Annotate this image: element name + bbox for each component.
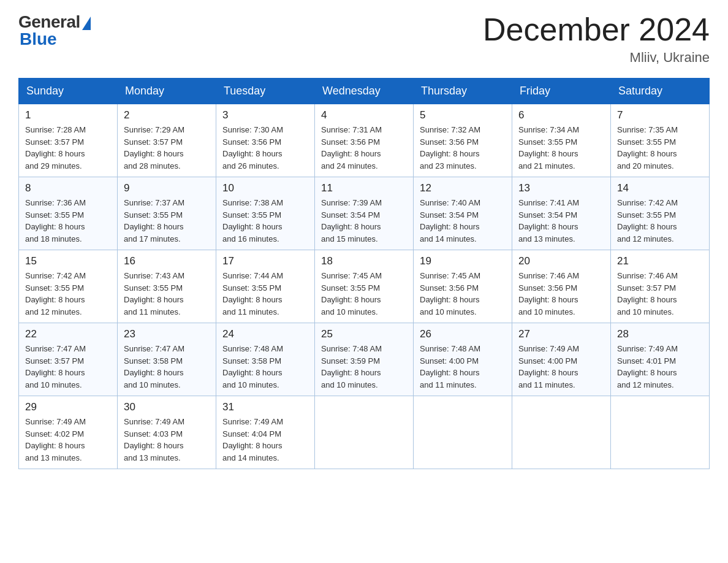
page-header: General Blue December 2024 Mliiv, Ukrain… <box>18 12 710 66</box>
day-info: Sunrise: 7:47 AMSunset: 3:57 PMDaylight:… <box>25 343 111 391</box>
calendar-cell: 8Sunrise: 7:36 AMSunset: 3:55 PMDaylight… <box>19 177 118 250</box>
day-info: Sunrise: 7:49 AMSunset: 4:00 PMDaylight:… <box>518 343 604 391</box>
day-info: Sunrise: 7:45 AMSunset: 3:56 PMDaylight:… <box>420 270 506 318</box>
day-info: Sunrise: 7:29 AMSunset: 3:57 PMDaylight:… <box>124 124 210 172</box>
day-number: 27 <box>518 328 604 340</box>
day-number: 18 <box>321 255 407 267</box>
day-number: 30 <box>124 401 210 413</box>
calendar-cell: 20Sunrise: 7:46 AMSunset: 3:56 PMDayligh… <box>512 250 611 323</box>
calendar-table: SundayMondayTuesdayWednesdayThursdayFrid… <box>18 78 710 469</box>
logo: General Blue <box>18 12 91 49</box>
day-number: 29 <box>25 401 111 413</box>
calendar-cell: 6Sunrise: 7:34 AMSunset: 3:55 PMDaylight… <box>512 104 611 177</box>
calendar-cell: 27Sunrise: 7:49 AMSunset: 4:00 PMDayligh… <box>512 323 611 396</box>
day-info: Sunrise: 7:45 AMSunset: 3:55 PMDaylight:… <box>321 270 407 318</box>
calendar-cell: 1Sunrise: 7:28 AMSunset: 3:57 PMDaylight… <box>19 104 118 177</box>
day-number: 4 <box>321 109 407 121</box>
calendar-cell: 2Sunrise: 7:29 AMSunset: 3:57 PMDaylight… <box>118 104 216 177</box>
day-number: 9 <box>124 182 210 194</box>
day-info: Sunrise: 7:42 AMSunset: 3:55 PMDaylight:… <box>617 197 703 245</box>
day-info: Sunrise: 7:49 AMSunset: 4:02 PMDaylight:… <box>25 416 111 464</box>
day-info: Sunrise: 7:49 AMSunset: 4:01 PMDaylight:… <box>617 343 703 391</box>
day-info: Sunrise: 7:32 AMSunset: 3:56 PMDaylight:… <box>420 124 506 172</box>
day-info: Sunrise: 7:49 AMSunset: 4:04 PMDaylight:… <box>222 416 308 464</box>
calendar-cell: 21Sunrise: 7:46 AMSunset: 3:57 PMDayligh… <box>611 250 710 323</box>
day-number: 24 <box>222 328 308 340</box>
calendar-cell: 22Sunrise: 7:47 AMSunset: 3:57 PMDayligh… <box>19 323 118 396</box>
calendar-cell: 15Sunrise: 7:42 AMSunset: 3:55 PMDayligh… <box>19 250 118 323</box>
day-info: Sunrise: 7:39 AMSunset: 3:54 PMDaylight:… <box>321 197 407 245</box>
day-number: 28 <box>617 328 703 340</box>
day-number: 8 <box>25 182 111 194</box>
logo-arrow-icon <box>82 17 91 30</box>
day-info: Sunrise: 7:48 AMSunset: 4:00 PMDaylight:… <box>420 343 506 391</box>
calendar-cell: 16Sunrise: 7:43 AMSunset: 3:55 PMDayligh… <box>118 250 216 323</box>
day-info: Sunrise: 7:48 AMSunset: 3:59 PMDaylight:… <box>321 343 407 391</box>
day-number: 10 <box>222 182 308 194</box>
day-info: Sunrise: 7:37 AMSunset: 3:55 PMDaylight:… <box>124 197 210 245</box>
day-info: Sunrise: 7:47 AMSunset: 3:58 PMDaylight:… <box>124 343 210 391</box>
calendar-cell: 10Sunrise: 7:38 AMSunset: 3:55 PMDayligh… <box>216 177 315 250</box>
day-number: 14 <box>617 182 703 194</box>
calendar-cell: 7Sunrise: 7:35 AMSunset: 3:55 PMDaylight… <box>611 104 710 177</box>
calendar-cell <box>414 396 512 469</box>
calendar-cell: 25Sunrise: 7:48 AMSunset: 3:59 PMDayligh… <box>315 323 414 396</box>
weekday-header-tuesday: Tuesday <box>216 79 315 104</box>
title-area: December 2024 Mliiv, Ukraine <box>483 12 710 66</box>
day-number: 19 <box>420 255 506 267</box>
weekday-header-sunday: Sunday <box>19 79 118 104</box>
calendar-cell <box>315 396 414 469</box>
day-info: Sunrise: 7:35 AMSunset: 3:55 PMDaylight:… <box>617 124 703 172</box>
day-number: 13 <box>518 182 604 194</box>
calendar-week-3: 15Sunrise: 7:42 AMSunset: 3:55 PMDayligh… <box>19 250 710 323</box>
weekday-header-wednesday: Wednesday <box>315 79 414 104</box>
day-number: 12 <box>420 182 506 194</box>
calendar-cell: 3Sunrise: 7:30 AMSunset: 3:56 PMDaylight… <box>216 104 315 177</box>
day-info: Sunrise: 7:36 AMSunset: 3:55 PMDaylight:… <box>25 197 111 245</box>
calendar-header-row: SundayMondayTuesdayWednesdayThursdayFrid… <box>19 79 710 104</box>
calendar-cell: 18Sunrise: 7:45 AMSunset: 3:55 PMDayligh… <box>315 250 414 323</box>
calendar-cell: 17Sunrise: 7:44 AMSunset: 3:55 PMDayligh… <box>216 250 315 323</box>
day-info: Sunrise: 7:44 AMSunset: 3:55 PMDaylight:… <box>222 270 308 318</box>
month-title: December 2024 <box>483 12 710 47</box>
calendar-cell: 19Sunrise: 7:45 AMSunset: 3:56 PMDayligh… <box>414 250 512 323</box>
calendar-cell <box>611 396 710 469</box>
calendar-cell: 23Sunrise: 7:47 AMSunset: 3:58 PMDayligh… <box>118 323 216 396</box>
weekday-header-thursday: Thursday <box>414 79 512 104</box>
calendar-week-2: 8Sunrise: 7:36 AMSunset: 3:55 PMDaylight… <box>19 177 710 250</box>
day-info: Sunrise: 7:43 AMSunset: 3:55 PMDaylight:… <box>124 270 210 318</box>
day-number: 3 <box>222 109 308 121</box>
day-number: 11 <box>321 182 407 194</box>
day-number: 1 <box>25 109 111 121</box>
calendar-cell: 28Sunrise: 7:49 AMSunset: 4:01 PMDayligh… <box>611 323 710 396</box>
day-info: Sunrise: 7:28 AMSunset: 3:57 PMDaylight:… <box>25 124 111 172</box>
day-number: 7 <box>617 109 703 121</box>
calendar-week-1: 1Sunrise: 7:28 AMSunset: 3:57 PMDaylight… <box>19 104 710 177</box>
day-number: 16 <box>124 255 210 267</box>
calendar-cell: 14Sunrise: 7:42 AMSunset: 3:55 PMDayligh… <box>611 177 710 250</box>
day-number: 20 <box>518 255 604 267</box>
day-info: Sunrise: 7:31 AMSunset: 3:56 PMDaylight:… <box>321 124 407 172</box>
day-number: 15 <box>25 255 111 267</box>
calendar-week-5: 29Sunrise: 7:49 AMSunset: 4:02 PMDayligh… <box>19 396 710 469</box>
calendar-cell: 13Sunrise: 7:41 AMSunset: 3:54 PMDayligh… <box>512 177 611 250</box>
location-title: Mliiv, Ukraine <box>483 50 710 66</box>
day-number: 22 <box>25 328 111 340</box>
weekday-header-saturday: Saturday <box>611 79 710 104</box>
day-number: 21 <box>617 255 703 267</box>
calendar-cell <box>512 396 611 469</box>
day-info: Sunrise: 7:42 AMSunset: 3:55 PMDaylight:… <box>25 270 111 318</box>
day-info: Sunrise: 7:30 AMSunset: 3:56 PMDaylight:… <box>222 124 308 172</box>
weekday-header-monday: Monday <box>118 79 216 104</box>
day-info: Sunrise: 7:46 AMSunset: 3:56 PMDaylight:… <box>518 270 604 318</box>
day-number: 26 <box>420 328 506 340</box>
day-info: Sunrise: 7:41 AMSunset: 3:54 PMDaylight:… <box>518 197 604 245</box>
day-number: 17 <box>222 255 308 267</box>
logo-blue-text: Blue <box>20 29 57 49</box>
day-number: 25 <box>321 328 407 340</box>
day-number: 31 <box>222 401 308 413</box>
calendar-cell: 29Sunrise: 7:49 AMSunset: 4:02 PMDayligh… <box>19 396 118 469</box>
calendar-week-4: 22Sunrise: 7:47 AMSunset: 3:57 PMDayligh… <box>19 323 710 396</box>
day-info: Sunrise: 7:46 AMSunset: 3:57 PMDaylight:… <box>617 270 703 318</box>
calendar-cell: 11Sunrise: 7:39 AMSunset: 3:54 PMDayligh… <box>315 177 414 250</box>
